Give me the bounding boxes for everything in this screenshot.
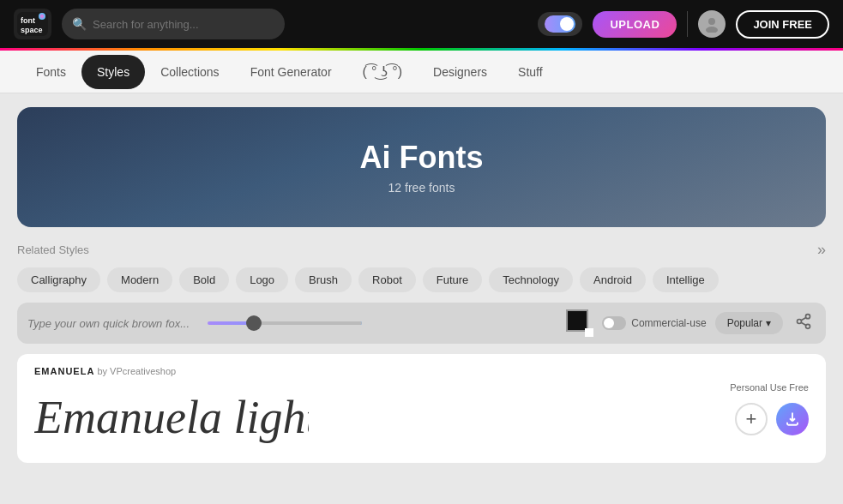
font-card-left: EMANUELA by VPcreativeshop Emanuela ligh… [34, 366, 309, 451]
related-header: Related Styles » [17, 241, 826, 259]
related-more-icon[interactable]: » [817, 241, 826, 259]
svg-text:space: space [21, 26, 43, 34]
color-mini-swatch [585, 328, 593, 337]
license-badge: Personal Use Free [730, 382, 809, 393]
related-label: Related Styles [17, 243, 89, 256]
nav-font-generator[interactable]: Font Generator [235, 55, 347, 89]
size-slider[interactable] [208, 321, 362, 325]
logo-box: font space [14, 9, 51, 39]
font-card-right: Personal Use Free + [730, 382, 809, 435]
svg-line-10 [801, 317, 806, 320]
sort-button[interactable]: Popular ▾ [715, 312, 783, 334]
header: font space 🔍 UPLOA [0, 0, 843, 48]
nav: Fonts Styles Collections Font Generator … [0, 51, 843, 93]
slider-thumb[interactable] [246, 315, 262, 331]
avatar[interactable] [698, 10, 726, 38]
size-slider-wrap [208, 321, 557, 325]
commercial-toggle[interactable]: Commercial-use [602, 316, 706, 330]
font-author: by VPcreativeshop [97, 366, 176, 376]
slider-fill [250, 321, 362, 325]
share-button[interactable] [792, 309, 816, 337]
commercial-toggle-track[interactable] [602, 316, 626, 330]
hero-banner: Ai Fonts 12 free fonts [17, 107, 826, 227]
logo-icon: font space [17, 12, 48, 36]
sort-label: Popular [727, 317, 762, 329]
filter-bar: Commercial-use Popular ▾ [17, 303, 826, 344]
nav-collections[interactable]: Collections [145, 55, 234, 89]
font-preview-svg: Emanuela light [34, 383, 309, 443]
svg-point-7 [798, 320, 802, 324]
theme-toggle-wrap [538, 12, 582, 36]
nav-emoji[interactable]: ( ͡° ͜ʖ ͡°) [347, 53, 418, 90]
main-content: Ai Fonts 12 free fonts Related Styles » … [0, 93, 843, 477]
tag-future[interactable]: Future [423, 267, 483, 292]
nav-designers[interactable]: Designers [418, 55, 503, 89]
font-card-meta: EMANUELA by VPcreativeshop [34, 366, 309, 376]
hero-title: Ai Fonts [360, 140, 484, 176]
header-divider [687, 11, 688, 37]
download-button[interactable] [776, 403, 809, 435]
toggle-thumb [560, 17, 574, 31]
color-swatch-wrap[interactable] [566, 309, 593, 337]
nav-styles[interactable]: Styles [81, 55, 145, 89]
join-button[interactable]: JOIN FREE [736, 10, 829, 39]
card-actions: + [735, 403, 809, 435]
svg-point-8 [806, 324, 810, 328]
preview-input[interactable] [27, 317, 199, 330]
svg-text:Emanuela light: Emanuela light [34, 392, 309, 443]
svg-line-9 [801, 322, 806, 325]
download-icon [785, 411, 800, 427]
font-name-label: EMANUELA [34, 366, 94, 376]
tag-modern[interactable]: Modern [107, 267, 172, 292]
theme-toggle[interactable] [545, 15, 575, 33]
svg-point-4 [708, 18, 715, 25]
hero-subtitle: 12 free fonts [388, 181, 455, 195]
search-wrapper: 🔍 [62, 9, 285, 39]
svg-text:font: font [21, 16, 35, 25]
logo[interactable]: font space [14, 9, 51, 39]
tag-intellige[interactable]: Intellige [653, 267, 719, 292]
nav-fonts[interactable]: Fonts [21, 55, 81, 89]
search-input[interactable] [62, 9, 285, 39]
add-to-collection-button[interactable]: + [735, 403, 768, 435]
tag-bold[interactable]: Bold [179, 267, 229, 292]
font-card: EMANUELA by VPcreativeshop Emanuela ligh… [17, 354, 826, 463]
tag-calligraphy[interactable]: Calligraphy [17, 267, 100, 292]
upload-button[interactable]: UPLOAD [593, 11, 677, 38]
tag-logo[interactable]: Logo [236, 267, 288, 292]
commercial-label: Commercial-use [631, 317, 706, 329]
tag-robot[interactable]: Robot [358, 267, 416, 292]
svg-point-5 [706, 27, 718, 33]
header-right: UPLOAD JOIN FREE [538, 10, 829, 39]
svg-point-3 [39, 13, 45, 20]
tag-brush[interactable]: Brush [295, 267, 352, 292]
tag-android[interactable]: Android [580, 267, 646, 292]
tag-technology[interactable]: Technology [489, 267, 573, 292]
avatar-icon [703, 15, 720, 33]
nav-stuff[interactable]: Stuff [503, 55, 558, 89]
svg-point-6 [806, 315, 810, 319]
font-preview: Emanuela light [34, 383, 309, 451]
tags-row: Calligraphy Modern Bold Logo Brush Robot… [17, 267, 826, 292]
share-icon [795, 313, 812, 330]
related-styles-section: Related Styles » Calligraphy Modern Bold… [17, 241, 826, 292]
commercial-toggle-thumb [604, 318, 614, 328]
sort-arrow-icon: ▾ [766, 317, 771, 329]
